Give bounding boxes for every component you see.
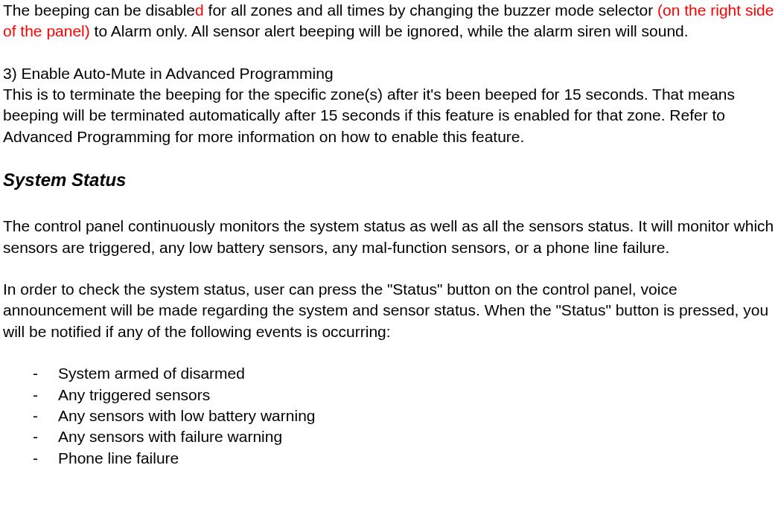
list-item: - System armed of disarmed [33, 363, 775, 384]
list-item-text: Any sensors with failure warning [58, 426, 282, 447]
list-item-text: Phone line failure [58, 448, 179, 469]
bullet-dash: - [33, 448, 58, 469]
paragraph-buzzer-mode: The beeping can be disabled for all zone… [3, 0, 775, 42]
bullet-dash: - [33, 363, 58, 384]
list-item: - Any triggered sensors [33, 385, 775, 406]
bullet-dash: - [33, 385, 58, 406]
list-item-text: System armed of disarmed [58, 363, 245, 384]
heading-system-status: System Status [3, 168, 775, 192]
bullet-dash: - [33, 426, 58, 447]
list-item-text: Any sensors with low battery warning [58, 406, 316, 426]
list-item-text: Any triggered sensors [58, 385, 210, 406]
text-segment: The beeping can be disable [3, 1, 195, 19]
paragraph-auto-mute: 3) Enable Auto-Mute in Advanced Programm… [3, 63, 775, 147]
list-item: - Phone line failure [33, 448, 775, 469]
text-line: This is to terminate the beeping for the… [3, 86, 735, 145]
paragraph-monitor-description: The control panel continuously monitors … [3, 216, 775, 258]
text-line: 3) Enable Auto-Mute in Advanced Programm… [3, 65, 334, 82]
text-segment: to Alarm only. All sensor alert beeping … [90, 22, 689, 39]
text-segment-red: d [195, 1, 204, 19]
list-item: - Any sensors with low battery warning [33, 406, 775, 426]
list-item: - Any sensors with failure warning [33, 426, 775, 447]
text-segment: for all zones and all times by changing … [204, 1, 657, 19]
status-event-list: - System armed of disarmed - Any trigger… [33, 363, 775, 469]
bullet-dash: - [33, 406, 58, 426]
paragraph-status-button: In order to check the system status, use… [3, 279, 775, 342]
